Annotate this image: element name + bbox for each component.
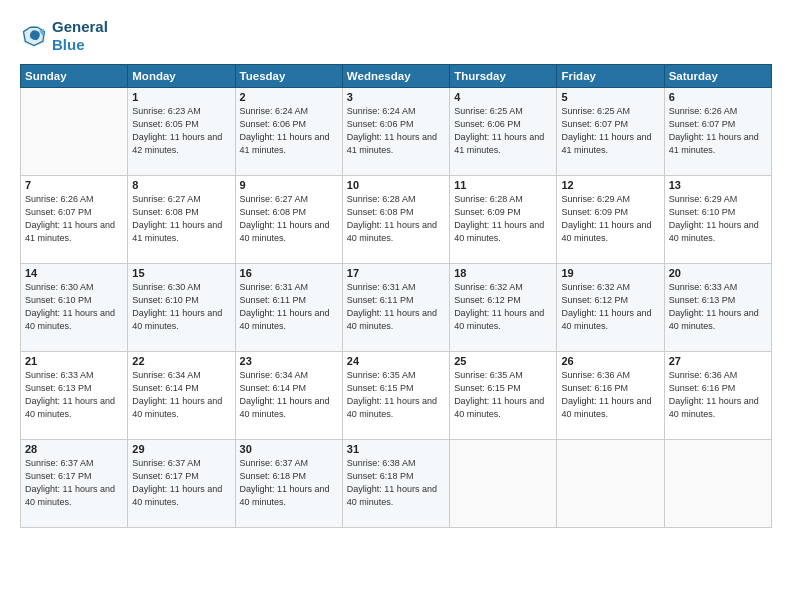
day-number: 5 [561, 91, 659, 103]
calendar-week-1: 1Sunrise: 6:23 AMSunset: 6:05 PMDaylight… [21, 88, 772, 176]
logo-text: General Blue [52, 18, 108, 54]
calendar-cell: 17Sunrise: 6:31 AMSunset: 6:11 PMDayligh… [342, 264, 449, 352]
calendar-cell: 11Sunrise: 6:28 AMSunset: 6:09 PMDayligh… [450, 176, 557, 264]
day-info: Sunrise: 6:36 AMSunset: 6:16 PMDaylight:… [669, 369, 767, 421]
day-number: 22 [132, 355, 230, 367]
day-number: 23 [240, 355, 338, 367]
weekday-header-monday: Monday [128, 65, 235, 88]
day-info: Sunrise: 6:28 AMSunset: 6:09 PMDaylight:… [454, 193, 552, 245]
day-number: 31 [347, 443, 445, 455]
calendar-cell: 28Sunrise: 6:37 AMSunset: 6:17 PMDayligh… [21, 440, 128, 528]
day-info: Sunrise: 6:35 AMSunset: 6:15 PMDaylight:… [347, 369, 445, 421]
day-info: Sunrise: 6:34 AMSunset: 6:14 PMDaylight:… [132, 369, 230, 421]
day-number: 3 [347, 91, 445, 103]
day-number: 14 [25, 267, 123, 279]
day-number: 28 [25, 443, 123, 455]
calendar-cell: 15Sunrise: 6:30 AMSunset: 6:10 PMDayligh… [128, 264, 235, 352]
day-info: Sunrise: 6:36 AMSunset: 6:16 PMDaylight:… [561, 369, 659, 421]
day-info: Sunrise: 6:24 AMSunset: 6:06 PMDaylight:… [240, 105, 338, 157]
day-info: Sunrise: 6:24 AMSunset: 6:06 PMDaylight:… [347, 105, 445, 157]
calendar-cell: 5Sunrise: 6:25 AMSunset: 6:07 PMDaylight… [557, 88, 664, 176]
calendar-cell: 25Sunrise: 6:35 AMSunset: 6:15 PMDayligh… [450, 352, 557, 440]
day-info: Sunrise: 6:30 AMSunset: 6:10 PMDaylight:… [25, 281, 123, 333]
calendar-cell: 30Sunrise: 6:37 AMSunset: 6:18 PMDayligh… [235, 440, 342, 528]
calendar-cell: 14Sunrise: 6:30 AMSunset: 6:10 PMDayligh… [21, 264, 128, 352]
day-info: Sunrise: 6:27 AMSunset: 6:08 PMDaylight:… [132, 193, 230, 245]
calendar-table: SundayMondayTuesdayWednesdayThursdayFrid… [20, 64, 772, 528]
weekday-header-saturday: Saturday [664, 65, 771, 88]
day-number: 19 [561, 267, 659, 279]
page-header: General Blue [20, 18, 772, 54]
weekday-header-sunday: Sunday [21, 65, 128, 88]
calendar-cell: 20Sunrise: 6:33 AMSunset: 6:13 PMDayligh… [664, 264, 771, 352]
calendar-cell [21, 88, 128, 176]
day-info: Sunrise: 6:27 AMSunset: 6:08 PMDaylight:… [240, 193, 338, 245]
calendar-week-5: 28Sunrise: 6:37 AMSunset: 6:17 PMDayligh… [21, 440, 772, 528]
weekday-header-tuesday: Tuesday [235, 65, 342, 88]
calendar-header: SundayMondayTuesdayWednesdayThursdayFrid… [21, 65, 772, 88]
day-info: Sunrise: 6:25 AMSunset: 6:07 PMDaylight:… [561, 105, 659, 157]
calendar-week-4: 21Sunrise: 6:33 AMSunset: 6:13 PMDayligh… [21, 352, 772, 440]
calendar-cell: 27Sunrise: 6:36 AMSunset: 6:16 PMDayligh… [664, 352, 771, 440]
calendar-cell: 19Sunrise: 6:32 AMSunset: 6:12 PMDayligh… [557, 264, 664, 352]
day-number: 18 [454, 267, 552, 279]
day-info: Sunrise: 6:23 AMSunset: 6:05 PMDaylight:… [132, 105, 230, 157]
day-number: 27 [669, 355, 767, 367]
day-number: 2 [240, 91, 338, 103]
day-info: Sunrise: 6:33 AMSunset: 6:13 PMDaylight:… [25, 369, 123, 421]
calendar-cell [557, 440, 664, 528]
calendar-cell: 22Sunrise: 6:34 AMSunset: 6:14 PMDayligh… [128, 352, 235, 440]
calendar-body: 1Sunrise: 6:23 AMSunset: 6:05 PMDaylight… [21, 88, 772, 528]
calendar-cell: 10Sunrise: 6:28 AMSunset: 6:08 PMDayligh… [342, 176, 449, 264]
day-number: 4 [454, 91, 552, 103]
calendar-cell [664, 440, 771, 528]
calendar-cell: 4Sunrise: 6:25 AMSunset: 6:06 PMDaylight… [450, 88, 557, 176]
day-number: 24 [347, 355, 445, 367]
day-number: 10 [347, 179, 445, 191]
weekday-header-row: SundayMondayTuesdayWednesdayThursdayFrid… [21, 65, 772, 88]
day-number: 26 [561, 355, 659, 367]
calendar-cell: 21Sunrise: 6:33 AMSunset: 6:13 PMDayligh… [21, 352, 128, 440]
day-number: 15 [132, 267, 230, 279]
day-info: Sunrise: 6:38 AMSunset: 6:18 PMDaylight:… [347, 457, 445, 509]
day-info: Sunrise: 6:31 AMSunset: 6:11 PMDaylight:… [240, 281, 338, 333]
calendar-cell [450, 440, 557, 528]
day-info: Sunrise: 6:30 AMSunset: 6:10 PMDaylight:… [132, 281, 230, 333]
day-number: 21 [25, 355, 123, 367]
day-number: 29 [132, 443, 230, 455]
day-number: 17 [347, 267, 445, 279]
day-info: Sunrise: 6:29 AMSunset: 6:09 PMDaylight:… [561, 193, 659, 245]
day-info: Sunrise: 6:37 AMSunset: 6:18 PMDaylight:… [240, 457, 338, 509]
day-info: Sunrise: 6:33 AMSunset: 6:13 PMDaylight:… [669, 281, 767, 333]
calendar-cell: 12Sunrise: 6:29 AMSunset: 6:09 PMDayligh… [557, 176, 664, 264]
day-number: 30 [240, 443, 338, 455]
weekday-header-friday: Friday [557, 65, 664, 88]
day-number: 9 [240, 179, 338, 191]
day-info: Sunrise: 6:26 AMSunset: 6:07 PMDaylight:… [25, 193, 123, 245]
calendar-cell: 29Sunrise: 6:37 AMSunset: 6:17 PMDayligh… [128, 440, 235, 528]
day-number: 11 [454, 179, 552, 191]
calendar-cell: 18Sunrise: 6:32 AMSunset: 6:12 PMDayligh… [450, 264, 557, 352]
calendar-cell: 6Sunrise: 6:26 AMSunset: 6:07 PMDaylight… [664, 88, 771, 176]
day-info: Sunrise: 6:28 AMSunset: 6:08 PMDaylight:… [347, 193, 445, 245]
calendar-cell: 1Sunrise: 6:23 AMSunset: 6:05 PMDaylight… [128, 88, 235, 176]
calendar-cell: 31Sunrise: 6:38 AMSunset: 6:18 PMDayligh… [342, 440, 449, 528]
day-number: 1 [132, 91, 230, 103]
weekday-header-thursday: Thursday [450, 65, 557, 88]
day-number: 12 [561, 179, 659, 191]
day-number: 25 [454, 355, 552, 367]
day-info: Sunrise: 6:32 AMSunset: 6:12 PMDaylight:… [561, 281, 659, 333]
day-info: Sunrise: 6:37 AMSunset: 6:17 PMDaylight:… [132, 457, 230, 509]
calendar-cell: 7Sunrise: 6:26 AMSunset: 6:07 PMDaylight… [21, 176, 128, 264]
day-number: 6 [669, 91, 767, 103]
calendar-week-3: 14Sunrise: 6:30 AMSunset: 6:10 PMDayligh… [21, 264, 772, 352]
day-number: 20 [669, 267, 767, 279]
calendar-cell: 2Sunrise: 6:24 AMSunset: 6:06 PMDaylight… [235, 88, 342, 176]
day-info: Sunrise: 6:31 AMSunset: 6:11 PMDaylight:… [347, 281, 445, 333]
day-info: Sunrise: 6:32 AMSunset: 6:12 PMDaylight:… [454, 281, 552, 333]
day-number: 13 [669, 179, 767, 191]
calendar-cell: 9Sunrise: 6:27 AMSunset: 6:08 PMDaylight… [235, 176, 342, 264]
calendar-page: General Blue SundayMondayTuesdayWednesda… [0, 0, 792, 612]
calendar-cell: 16Sunrise: 6:31 AMSunset: 6:11 PMDayligh… [235, 264, 342, 352]
day-info: Sunrise: 6:25 AMSunset: 6:06 PMDaylight:… [454, 105, 552, 157]
